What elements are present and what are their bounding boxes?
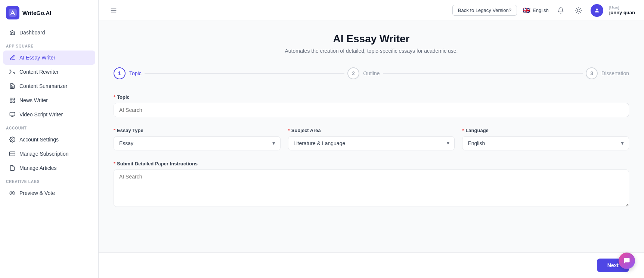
grid-icon	[9, 97, 16, 104]
eye-icon	[9, 190, 16, 196]
header-right: Back to Legacy Version? 🇬🇧 English	[452, 4, 635, 17]
user-name: jonny quan	[609, 10, 635, 15]
svg-rect-5	[13, 101, 15, 103]
topic-required-star: *	[114, 94, 115, 100]
stepper: 1 Topic 2 Outline 3 Dissertation	[114, 67, 629, 79]
svg-rect-3	[10, 98, 12, 100]
logo-icon	[6, 6, 19, 19]
step-2-label: Outline	[363, 70, 380, 76]
topic-label-text: Topic	[117, 94, 130, 100]
file-icon	[9, 83, 16, 89]
essay-type-label-text: Essay Type	[117, 128, 143, 133]
sidebar-item-dashboard-label: Dashboard	[19, 30, 45, 36]
content-area: AI Essay Writer Automates the creation o…	[99, 21, 644, 252]
refresh-icon	[9, 68, 16, 75]
topic-input[interactable]	[114, 103, 629, 117]
step-1: 1 Topic	[114, 67, 142, 79]
sidebar-item-account-settings-label: Account Settings	[19, 137, 59, 143]
svg-rect-0	[9, 9, 17, 17]
step-connector-2-3	[383, 73, 583, 74]
instructions-label: * Submit Detailed Paper Instructions	[114, 161, 629, 167]
step-3: 3 Dissertation	[586, 67, 629, 79]
language-col: * Language English Spanish French German…	[462, 128, 629, 150]
language-select[interactable]: English Spanish French German Chinese Ja…	[462, 136, 629, 150]
subject-area-label-text: Subject Area	[291, 128, 321, 133]
sidebar-item-content-summarizer[interactable]: Content Summarizer	[3, 79, 95, 93]
essay-type-label: * Essay Type	[114, 128, 281, 133]
step-connector-1-2	[145, 73, 345, 74]
instructions-section: * Submit Detailed Paper Instructions	[114, 161, 629, 208]
page-subtitle: Automates the creation of detailed, topi…	[114, 48, 629, 54]
step-2: 2 Outline	[347, 67, 380, 79]
instructions-required: *	[114, 161, 115, 167]
sidebar-item-ai-essay-writer[interactable]: AI Essay Writer	[3, 51, 95, 65]
home-icon	[9, 29, 16, 36]
user-info: [User] jonny quan	[609, 6, 635, 15]
svg-point-26	[596, 8, 598, 10]
credit-card-icon	[9, 150, 16, 157]
sidebar-item-video-script-writer-label: Video Script Writer	[19, 111, 63, 117]
sidebar-item-preview-vote[interactable]: Preview & Vote	[3, 186, 95, 200]
dropdowns-row: * Essay Type Essay Research Paper Term P…	[114, 128, 629, 150]
sidebar-item-account-settings[interactable]: Account Settings	[3, 132, 95, 147]
sidebar-item-video-script-writer[interactable]: Video Script Writer	[3, 107, 95, 122]
language-selector[interactable]: 🇬🇧 English	[523, 7, 549, 14]
pen-icon	[9, 54, 16, 61]
svg-line-24	[576, 12, 577, 12]
header: Back to Legacy Version? 🇬🇧 English	[99, 0, 644, 21]
svg-point-17	[577, 9, 580, 12]
svg-line-20	[576, 8, 577, 9]
sidebar-item-manage-articles-label: Manage Articles	[19, 165, 57, 171]
theme-toggle-button[interactable]	[573, 4, 585, 16]
svg-point-13	[12, 192, 13, 194]
step-3-circle: 3	[586, 67, 598, 79]
step-2-circle: 2	[347, 67, 359, 79]
language-label: English	[533, 7, 549, 13]
topic-label: * Topic	[114, 94, 629, 100]
sidebar-item-content-summarizer-label: Content Summarizer	[19, 83, 67, 89]
svg-rect-4	[13, 98, 15, 100]
language-label: * Language	[462, 128, 629, 133]
subject-area-label: * Subject Area	[288, 128, 455, 133]
sidebar-item-manage-subscription[interactable]: Manage Subscription	[3, 147, 95, 161]
essay-type-select[interactable]: Essay Research Paper Term Paper Thesis D…	[114, 136, 281, 150]
monitor-icon	[9, 111, 16, 118]
essay-type-col: * Essay Type Essay Research Paper Term P…	[114, 128, 281, 150]
subject-area-col: * Subject Area Literature & Language Sci…	[288, 128, 455, 150]
page-title: AI Essay Writer	[114, 33, 629, 45]
user-label: [User]	[609, 6, 619, 10]
back-to-legacy-button[interactable]: Back to Legacy Version?	[452, 5, 517, 16]
svg-line-25	[580, 8, 580, 9]
sidebar: WriteGo.AI Dashboard APP SQUARE AI Essay…	[0, 0, 99, 278]
svg-line-21	[580, 12, 580, 12]
logo-text: WriteGo.AI	[22, 10, 51, 16]
sidebar-item-manage-subscription-label: Manage Subscription	[19, 151, 69, 157]
language-required: *	[462, 128, 464, 133]
menu-toggle-button[interactable]	[108, 4, 120, 16]
main-content: Back to Legacy Version? 🇬🇧 English	[99, 0, 644, 278]
sidebar-item-news-writer[interactable]: News Writer	[3, 93, 95, 107]
svg-rect-7	[10, 112, 15, 116]
svg-rect-6	[10, 101, 12, 103]
user-avatar[interactable]	[591, 4, 603, 17]
step-1-circle: 1	[114, 67, 126, 79]
floating-assistant-button[interactable]	[619, 253, 635, 269]
instructions-textarea[interactable]	[114, 169, 629, 207]
sidebar-item-ai-essay-writer-label: AI Essay Writer	[19, 55, 55, 61]
sidebar-item-dashboard[interactable]: Dashboard	[3, 25, 95, 40]
essay-type-required: *	[114, 128, 115, 133]
subject-area-select[interactable]: Literature & Language Science History Ma…	[288, 136, 455, 150]
flag-icon: 🇬🇧	[523, 7, 530, 14]
step-1-label: Topic	[129, 70, 142, 76]
header-left	[108, 4, 120, 16]
language-label-text: Language	[465, 128, 488, 133]
logo[interactable]: WriteGo.AI	[0, 6, 98, 25]
subject-area-required: *	[288, 128, 290, 133]
content-footer: Next	[99, 252, 644, 278]
sidebar-item-content-rewriter[interactable]: Content Rewriter	[3, 65, 95, 79]
notifications-button[interactable]	[555, 4, 567, 16]
instructions-label-text: Submit Detailed Paper Instructions	[117, 161, 198, 167]
sidebar-item-news-writer-label: News Writer	[19, 97, 48, 103]
subject-area-select-wrapper: Literature & Language Science History Ma…	[288, 136, 455, 150]
sidebar-item-manage-articles[interactable]: Manage Articles	[3, 161, 95, 175]
